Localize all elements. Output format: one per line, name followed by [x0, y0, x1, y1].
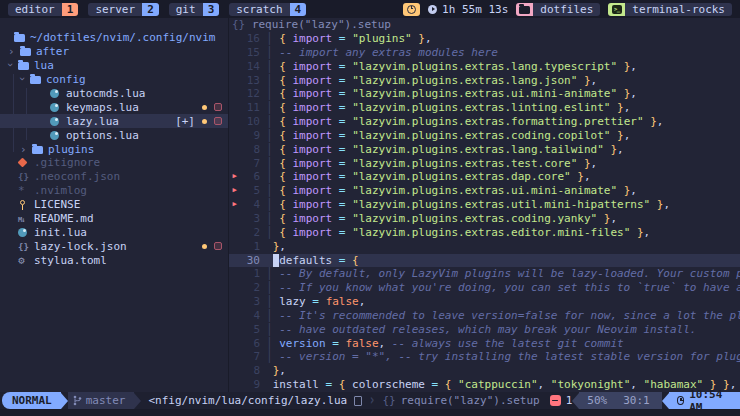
- editor-pane[interactable]: {} require("lazy").setup 16│ { import = …: [229, 18, 740, 392]
- code-token: =: [332, 143, 352, 156]
- code-token: =: [332, 170, 352, 183]
- tree-row-config[interactable]: ›config: [0, 73, 228, 87]
- tree-row-plugins[interactable]: ›plugins: [0, 142, 228, 156]
- sign-marker-icon: ▶: [229, 184, 240, 198]
- git-branch-name: master: [86, 394, 126, 407]
- code-line[interactable]: 9 install = { colorscheme = { "catppucci…: [229, 378, 740, 392]
- code-token: ,: [730, 378, 737, 391]
- play-icon: [428, 5, 437, 14]
- code-line[interactable]: 16│ { import = "plugins" },: [229, 32, 740, 46]
- code-token: colorscheme: [352, 378, 425, 391]
- git-branch-segment[interactable]: master: [68, 392, 134, 409]
- tree-label: init.lua: [34, 226, 87, 239]
- chevron-down-icon[interactable]: ›: [16, 76, 29, 86]
- log-icon: [18, 184, 25, 197]
- code-token: │: [266, 212, 279, 225]
- code-token: │: [266, 60, 279, 73]
- code-token: │: [266, 87, 279, 100]
- tree-row-lazy-lock.json[interactable]: lazy-lock.json: [0, 239, 228, 253]
- code-line[interactable]: 13│ { import = "lazyvim.plugins.extras.l…: [229, 74, 740, 88]
- code-token: "tokyonight": [551, 378, 630, 391]
- code-line[interactable]: 30 defaults = {: [229, 254, 740, 268]
- code-line[interactable]: 4│ -- It's recommended to leave version=…: [229, 309, 740, 323]
- code-token: ,: [425, 32, 432, 45]
- tree-row-autocmds.lua[interactable]: autocmds.lua: [0, 87, 228, 101]
- code-token: }: [644, 115, 657, 128]
- tree-row-after[interactable]: ›after: [0, 45, 228, 59]
- code-line[interactable]: 15│ -- import any extras modules here: [229, 46, 740, 60]
- code-line[interactable]: 1 },: [229, 240, 740, 254]
- code-line[interactable]: 7│ { import = "lazyvim.plugins.extras.te…: [229, 157, 740, 171]
- tree-row-README.md[interactable]: README.md: [0, 212, 228, 226]
- tree-row-options.lua[interactable]: options.lua: [0, 128, 228, 142]
- sign-column: [229, 240, 240, 254]
- code-token: ,: [644, 226, 651, 239]
- tree-row-stylua.toml[interactable]: stylua.toml: [0, 253, 228, 267]
- code-line[interactable]: 5│ -- have outdated releases, which may …: [229, 323, 740, 337]
- code-line[interactable]: 12│ { import = "lazyvim.plugins.extras.u…: [229, 87, 740, 101]
- code-token: ,: [663, 198, 670, 211]
- tree-row-lua[interactable]: ›lua: [0, 59, 228, 73]
- tmux-tab-editor[interactable]: editor1: [8, 3, 78, 16]
- code-token: import: [293, 74, 333, 87]
- code-line[interactable]: 3│ { import = "lazyvim.plugins.extras.co…: [229, 212, 740, 226]
- code-text: │ { import = "lazyvim.plugins.extras.tes…: [260, 157, 597, 171]
- code-token: ,: [630, 60, 637, 73]
- code-token: =: [332, 212, 352, 225]
- code-line[interactable]: 6│ version = false, -- always use the la…: [229, 337, 740, 351]
- sign-column: [229, 254, 240, 268]
- tree-row-LICENSE[interactable]: LICENSE: [0, 198, 228, 212]
- code-token: }: [617, 184, 630, 197]
- tmux-tab-server[interactable]: server2: [88, 3, 158, 16]
- chevron-right-icon[interactable]: ›: [20, 143, 32, 156]
- tree-row-~/dotfiles/nvim/.config/nvim[interactable]: ~/dotfiles/nvim/.config/nvim: [0, 31, 228, 45]
- powerline-separator: [572, 393, 579, 409]
- line-number: 13: [240, 74, 260, 88]
- file-tree[interactable]: ~/dotfiles/nvim/.config/nvim›after›lua›c…: [0, 18, 229, 392]
- code-text: │ { import = "lazyvim.plugins.extras.lin…: [260, 101, 630, 115]
- sign-column: [229, 60, 240, 74]
- code-line[interactable]: 14│ { import = "lazyvim.plugins.extras.l…: [229, 60, 740, 74]
- code-line[interactable]: ▶4│ { import = "lazyvim.plugins.extras.u…: [229, 198, 740, 212]
- code-token: ,: [624, 129, 631, 142]
- code-token: "lazyvim.plugins.extras.ui.mini-animate": [352, 87, 617, 100]
- tree-row-lazy.lua[interactable]: lazy.lua[+]: [0, 114, 228, 128]
- line-number: 3: [240, 212, 260, 226]
- tmux-tab-git[interactable]: git3: [169, 3, 220, 16]
- code-line[interactable]: 11│ { import = "lazyvim.plugins.extras.l…: [229, 101, 740, 115]
- chevron-down-icon[interactable]: ›: [4, 62, 17, 72]
- tmux-tabs: editor1server2git3scratch4: [8, 3, 306, 16]
- code-line[interactable]: 2│ -- If you know what you're doing, you…: [229, 281, 740, 295]
- code-token: "lazyvim.plugins.extras.lang.tailwind": [352, 143, 604, 156]
- code-line[interactable]: 10│ { import = "lazyvim.plugins.extras.f…: [229, 115, 740, 129]
- tree-row-.neoconf.json[interactable]: .neoconf.json: [0, 170, 228, 184]
- code-token: =: [332, 87, 352, 100]
- code-line[interactable]: 1│ -- By default, only LazyVim plugins w…: [229, 267, 740, 281]
- code-line[interactable]: ▶5│ { import = "lazyvim.plugins.extras.u…: [229, 184, 740, 198]
- code-line[interactable]: 7│ -- version = "*", -- try installing t…: [229, 350, 740, 364]
- breadcrumb-chevron-icon: ›: [369, 391, 376, 409]
- chevron-right-icon[interactable]: ›: [8, 45, 20, 58]
- tab-number-badge: 1: [62, 3, 79, 16]
- modified-dot-icon: [202, 105, 207, 110]
- code-line[interactable]: ▶6│ { import = "lazyvim.plugins.extras.d…: [229, 170, 740, 184]
- tree-label: ~/dotfiles/nvim/.config/nvim: [30, 31, 215, 44]
- tree-row-.gitignore[interactable]: .gitignore: [0, 156, 228, 170]
- code-line[interactable]: 8│ { import = "lazyvim.plugins.extras.la…: [229, 143, 740, 157]
- line-number: 11: [240, 101, 260, 115]
- code-line[interactable]: 3│ lazy = false,: [229, 295, 740, 309]
- session-group: dotfiles: [516, 3, 600, 16]
- terminal-window: editor1server2git3scratch4 1h 55m 13s do…: [0, 0, 740, 416]
- tree-row-keymaps.lua[interactable]: keymaps.lua: [0, 100, 228, 114]
- code-token: [266, 254, 273, 267]
- folder-icon: [30, 76, 41, 84]
- code-line[interactable]: 2│ { import = "lazyvim.plugins.extras.ed…: [229, 226, 740, 240]
- tmux-tab-scratch[interactable]: scratch4: [229, 3, 306, 16]
- code-line[interactable]: 8 },: [229, 364, 740, 378]
- tree-row-init.lua[interactable]: init.lua: [0, 225, 228, 239]
- tree-row-.nvimlog[interactable]: .nvimlog: [0, 184, 228, 198]
- code-token: "lazyvim.plugins.extras.lang.json": [352, 74, 577, 87]
- code-token: │: [266, 281, 279, 294]
- code-line[interactable]: 9│ { import = "lazyvim.plugins.extras.co…: [229, 129, 740, 143]
- clock-badge: [403, 3, 420, 16]
